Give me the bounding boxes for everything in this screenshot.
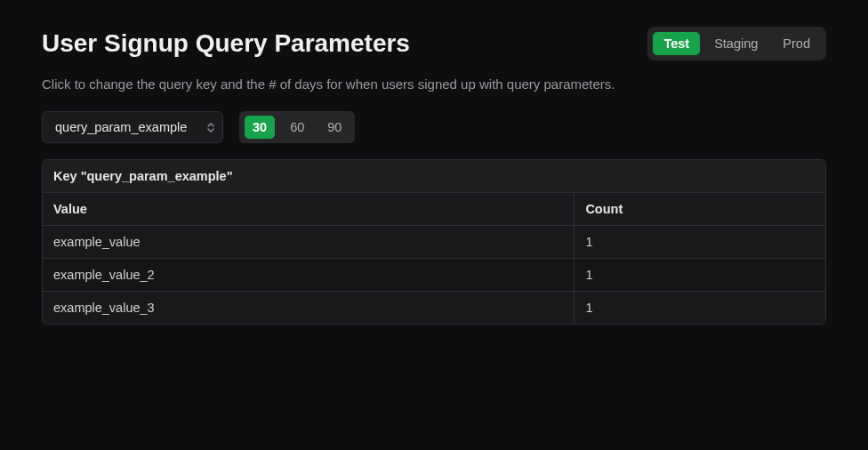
days-tabs: 306090 xyxy=(239,111,355,143)
env-tabs: TestStagingProd xyxy=(647,27,826,60)
cell-count: 1 xyxy=(575,226,825,259)
cell-count: 1 xyxy=(575,259,825,292)
cell-value: example_value_2 xyxy=(43,259,575,292)
cell-count: 1 xyxy=(575,292,825,324)
days-tab-90[interactable]: 90 xyxy=(319,116,350,139)
table-row: example_value1 xyxy=(43,226,825,259)
days-tab-30[interactable]: 30 xyxy=(245,116,275,139)
days-tab-60[interactable]: 60 xyxy=(282,116,312,139)
table-col-value-header: Value xyxy=(43,193,575,226)
env-tab-staging[interactable]: Staging xyxy=(703,32,768,55)
table-row: example_value_31 xyxy=(43,292,825,324)
table-row: example_value_21 xyxy=(43,259,825,292)
env-tab-test[interactable]: Test xyxy=(653,32,700,55)
cell-value: example_value xyxy=(43,226,575,259)
table-key-header: Key "query_param_example" xyxy=(43,160,825,193)
page-title: User Signup Query Parameters xyxy=(42,29,410,58)
subtitle-text: Click to change the query key and the # … xyxy=(42,76,826,92)
query-select-wrap: query_param_example xyxy=(42,111,223,143)
table-col-count-header: Count xyxy=(575,193,825,226)
results-table: Key "query_param_example" Value Count ex… xyxy=(42,159,826,325)
cell-value: example_value_3 xyxy=(43,292,575,324)
query-key-select[interactable]: query_param_example xyxy=(42,111,223,143)
env-tab-prod[interactable]: Prod xyxy=(772,32,821,55)
